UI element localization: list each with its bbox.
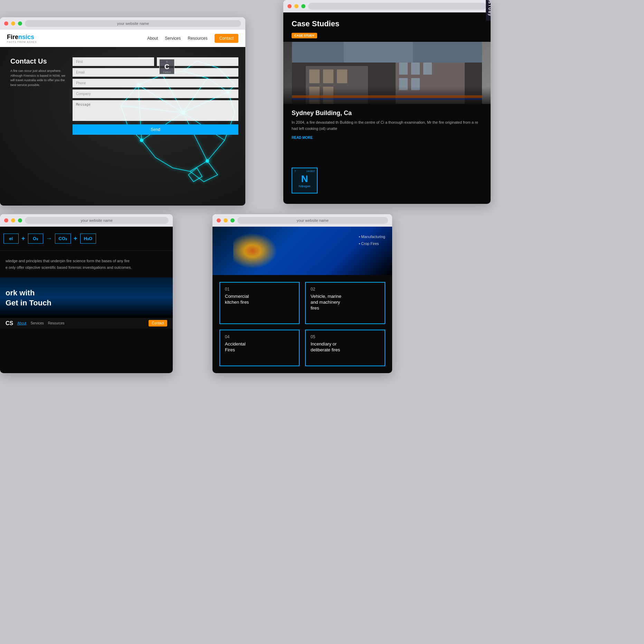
svg-rect-21 <box>323 69 333 83</box>
element-mass: 14.007 <box>306 170 315 173</box>
fire-categories-window: your website name • Manufacturing • Crop… <box>212 214 392 373</box>
welding-spark <box>233 230 282 272</box>
element-number: 7 <box>294 170 296 173</box>
blue-cta-section: ork with Get in Touch <box>0 277 173 318</box>
close-dot-3[interactable] <box>4 218 8 222</box>
services-window: your website name el + O₂ → CO₂ + H₂O wl… <box>0 214 173 373</box>
nav-bar: Firensics FACTS FROM ASHES About Service… <box>0 30 245 47</box>
read-more-link[interactable]: READ MORE <box>283 132 491 144</box>
close-dot-4[interactable] <box>217 218 221 222</box>
first-name-input[interactable] <box>73 57 154 66</box>
nav-services[interactable]: Services <box>165 36 181 41</box>
footer-services[interactable]: Services <box>30 321 44 325</box>
footer-contact-button[interactable]: Contact <box>149 320 167 326</box>
category-05: 05 Incendiary ordeliberate fires <box>305 330 385 366</box>
work-with-text: ork with <box>6 288 167 299</box>
message-input[interactable] <box>73 100 238 121</box>
email-row <box>73 68 238 77</box>
address-bar-1[interactable]: your website name <box>25 20 241 27</box>
send-button[interactable]: Send <box>73 124 238 135</box>
cat-label-05: Incendiary ordeliberate fires <box>311 341 380 353</box>
cat-label-01: Commercialkitchen fires <box>225 294 294 305</box>
close-dot-2[interactable] <box>287 4 292 8</box>
phone-row <box>73 79 238 87</box>
bullet-manufacturing: • Manufacturing <box>359 234 385 240</box>
case-studies-window: Case Studies CASE STUDY <box>283 0 491 204</box>
cat-label-02: Vehicle, marineand machineryfires <box>311 294 380 311</box>
category-04: 04 AccidentalFires <box>219 330 300 366</box>
company-row <box>73 89 238 98</box>
fullscreen-dot-3[interactable] <box>18 218 22 222</box>
contact-desc: A fire can occur just about anywhere. Al… <box>10 69 66 87</box>
svg-rect-20 <box>309 69 320 83</box>
element-symbol: C <box>164 63 169 71</box>
plus-2: + <box>74 235 77 242</box>
chemistry-row: el + O₂ → CO₂ + H₂O <box>0 227 173 251</box>
science-text: wledge and principles that underpin fire… <box>0 251 173 277</box>
arrow: → <box>46 235 52 242</box>
contact-form: Send <box>73 57 238 135</box>
browser-chrome-2 <box>283 0 491 12</box>
services-content: el + O₂ → CO₂ + H₂O wledge and principle… <box>0 227 173 373</box>
footer-resources[interactable]: Resources <box>48 321 65 325</box>
categories-grid: 01 Commercialkitchen fires 02 Vehicle, m… <box>212 275 392 373</box>
case-description: In 2004, a fire devastated th Building i… <box>283 120 491 132</box>
name-row <box>73 57 238 66</box>
o2-box: O₂ <box>28 234 43 244</box>
case-image <box>283 42 491 104</box>
address-bar-2 <box>308 3 486 10</box>
element-symbol-n: N <box>301 173 308 184</box>
contact-title: Contact Us <box>10 57 66 65</box>
hero-section: Contact Us A fire can occur just about a… <box>0 47 245 142</box>
footer-nav: CS About Services Resources Contact <box>0 318 173 329</box>
svg-rect-22 <box>337 69 347 83</box>
close-dot[interactable] <box>4 21 8 26</box>
svg-rect-28 <box>423 63 432 75</box>
email-input[interactable] <box>73 68 238 77</box>
element-name: Nitrogen <box>299 184 310 188</box>
svg-rect-26 <box>399 63 408 75</box>
nav-about[interactable]: About <box>147 36 158 41</box>
nav-resources[interactable]: Resources <box>188 36 207 41</box>
cat-number-01: 01 <box>225 287 294 292</box>
minimize-dot-2[interactable] <box>294 4 299 8</box>
bullet-crop-fires: • Crop Fires <box>359 240 385 247</box>
footer-about[interactable]: About <box>17 321 26 325</box>
address-bar-3[interactable]: your website name <box>25 217 169 224</box>
minimize-dot-4[interactable] <box>224 218 228 222</box>
case-studies-content: Case Studies CASE STUDY <box>283 12 491 204</box>
co2-box: CO₂ <box>55 234 71 244</box>
category-02: 02 Vehicle, marineand machineryfires <box>305 282 385 324</box>
fullscreen-dot[interactable] <box>18 21 22 26</box>
fullscreen-dot-2[interactable] <box>301 4 305 8</box>
nav-links: About Services Resources Contact <box>147 34 238 43</box>
image-overlay <box>283 87 491 104</box>
carbon-element: 6 C Carbon <box>159 59 174 74</box>
cat-label-04: AccidentalFires <box>225 341 294 353</box>
fullscreen-dot-4[interactable] <box>230 218 235 222</box>
svg-rect-32 <box>344 42 413 63</box>
h2o-box: H₂O <box>80 234 96 244</box>
contact-text-block: Contact Us A fire can occur just about a… <box>10 57 66 135</box>
fire-categories-content: • Manufacturing • Crop Fires 01 Commerci… <box>212 227 392 373</box>
welding-image: • Manufacturing • Crop Fires <box>212 227 392 275</box>
minimize-dot-3[interactable] <box>11 218 15 222</box>
case-studies-title: Case Studies <box>283 12 491 32</box>
case-study-badge: CASE STUDY <box>292 33 317 38</box>
address-bar-4[interactable]: your website name <box>237 217 388 224</box>
logo[interactable]: Firensics FACTS FROM ASHES <box>7 34 37 43</box>
message-row <box>73 100 238 121</box>
browser-chrome-1: your website name <box>0 17 245 30</box>
cat-number-05: 05 <box>311 334 380 339</box>
minimize-dot[interactable] <box>11 21 15 26</box>
phone-input[interactable] <box>73 79 238 87</box>
svg-rect-27 <box>411 63 420 75</box>
cat-number-04: 04 <box>225 334 294 339</box>
nitrogen-element: 7 14.007 N Nitrogen <box>292 168 318 193</box>
case-title: Sydney Building, Ca <box>283 104 491 120</box>
case-study-rotated-label: Case STUdy <box>486 0 491 21</box>
plus-1: + <box>21 235 25 242</box>
company-input[interactable] <box>73 89 238 98</box>
footer-logo: CS <box>6 320 13 326</box>
nav-contact-button[interactable]: Contact <box>215 34 238 43</box>
